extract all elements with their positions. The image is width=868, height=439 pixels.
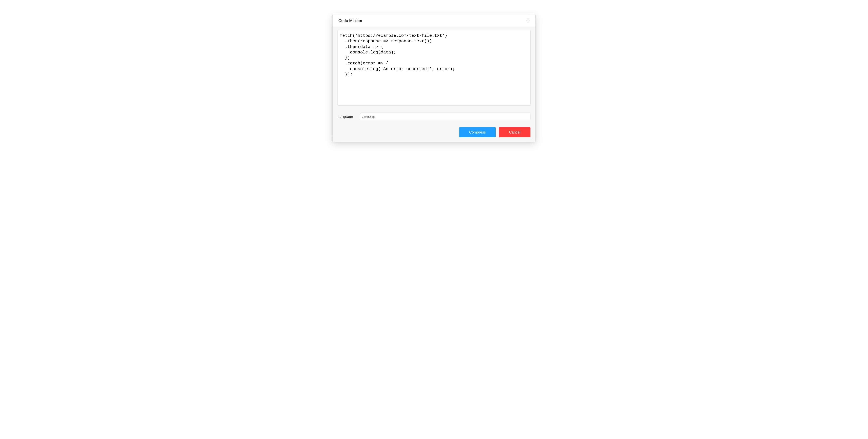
- cancel-button[interactable]: Cancel: [499, 127, 530, 137]
- modal-title: Code Minifier: [338, 18, 362, 23]
- modal-body: Language Compress Cancel: [333, 27, 535, 142]
- close-button[interactable]: [526, 18, 530, 23]
- language-label: Language: [338, 115, 360, 119]
- code-minifier-modal: Code Minifier Language Compress Cancel: [333, 14, 535, 142]
- code-input[interactable]: [338, 30, 530, 106]
- modal-header: Code Minifier: [333, 14, 535, 27]
- language-input[interactable]: [360, 113, 530, 120]
- compress-button[interactable]: Compress: [459, 127, 496, 137]
- button-row: Compress Cancel: [338, 127, 530, 137]
- close-icon: [526, 19, 530, 23]
- language-row: Language: [338, 113, 530, 120]
